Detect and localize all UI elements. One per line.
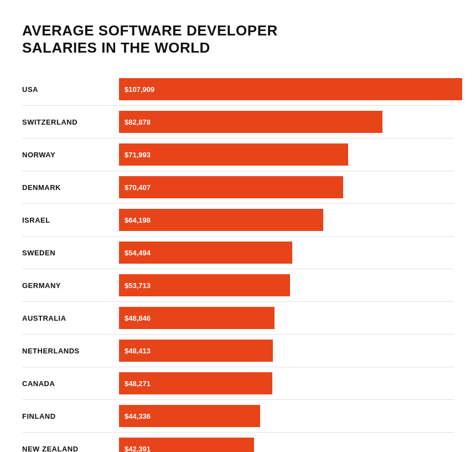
salary-bar: $44,336 xyxy=(119,405,260,427)
country-label: SWITZERLAND xyxy=(22,118,119,126)
chart-row: FINLAND$44,336 xyxy=(22,403,454,429)
chart-row: NEW ZEALAND$42,391 xyxy=(22,436,454,452)
country-label: NORWAY xyxy=(22,151,119,159)
row-divider xyxy=(22,367,454,367)
country-label: CANADA xyxy=(22,379,119,388)
country-label: ISRAEL xyxy=(22,216,119,224)
salary-bar: $107,909 xyxy=(119,78,462,100)
bar-value: $64,198 xyxy=(125,216,151,224)
salary-bar: $53,713 xyxy=(119,274,290,296)
country-label: GERMANY xyxy=(22,281,119,290)
chart-row: GERMANY$53,713 xyxy=(22,273,454,298)
bar-wrapper: $48,413 xyxy=(119,340,454,362)
chart-container: USA$107,909SWITZERLAND$82,878NORWAY$71,9… xyxy=(22,76,454,452)
salary-bar: $48,846 xyxy=(119,307,275,329)
bar-value: $71,993 xyxy=(125,151,151,159)
country-label: SWEDEN xyxy=(22,249,119,257)
bar-value: $44,336 xyxy=(125,412,151,420)
bar-wrapper: $48,271 xyxy=(119,372,454,394)
bar-value: $48,413 xyxy=(125,347,151,355)
bar-wrapper: $64,198 xyxy=(119,209,454,231)
row-divider xyxy=(22,236,454,237)
row-divider xyxy=(22,269,454,269)
bar-value: $70,407 xyxy=(125,183,151,192)
bar-value: $82,878 xyxy=(125,118,151,126)
chart-row: NETHERLANDS$48,413 xyxy=(22,338,454,363)
salary-bar: $54,494 xyxy=(119,242,292,264)
bar-wrapper: $82,878 xyxy=(119,111,454,133)
country-label: USA xyxy=(22,85,119,94)
row-divider xyxy=(22,432,454,433)
chart-row: NORWAY$71,993 xyxy=(22,142,454,167)
salary-bar: $82,878 xyxy=(119,111,382,133)
bar-wrapper: $53,713 xyxy=(119,274,454,296)
country-label: DENMARK xyxy=(22,183,119,192)
bar-wrapper: $48,846 xyxy=(119,307,454,329)
salary-bar: $48,271 xyxy=(119,372,272,394)
chart-row: ISRAEL$64,198 xyxy=(22,207,454,233)
chart-row: SWITZERLAND$82,878 xyxy=(22,109,454,135)
country-label: NETHERLANDS xyxy=(22,347,119,355)
row-divider xyxy=(22,301,454,302)
bar-wrapper: $107,909 xyxy=(119,78,462,100)
country-label: AUSTRALIA xyxy=(22,314,119,322)
row-divider xyxy=(22,171,454,171)
row-divider xyxy=(22,105,454,106)
salary-bar: $42,391 xyxy=(119,438,254,452)
row-divider xyxy=(22,203,454,204)
chart-row: DENMARK$70,407 xyxy=(22,174,454,200)
chart-title: AVERAGE SOFTWARE DEVELOPER SALARIES IN T… xyxy=(22,22,454,56)
chart-row: CANADA$48,271 xyxy=(22,371,454,396)
bar-wrapper: $54,494 xyxy=(119,242,454,264)
country-label: FINLAND xyxy=(22,412,119,420)
bar-value: $107,909 xyxy=(125,85,154,94)
bar-value: $48,846 xyxy=(125,314,151,322)
bar-wrapper: $44,336 xyxy=(119,405,454,427)
salary-bar: $71,993 xyxy=(119,143,348,166)
row-divider xyxy=(22,334,454,335)
chart-row: USA$107,909 xyxy=(22,76,454,102)
bar-value: $48,271 xyxy=(125,379,151,388)
chart-row: AUSTRALIA$48,846 xyxy=(22,305,454,331)
chart-row: SWEDEN$54,494 xyxy=(22,240,454,265)
salary-bar: $48,413 xyxy=(119,340,273,362)
bar-wrapper: $70,407 xyxy=(119,176,454,198)
bar-wrapper: $71,993 xyxy=(119,143,454,166)
bar-value: $54,494 xyxy=(125,249,151,257)
bar-value: $42,391 xyxy=(125,445,151,452)
bar-wrapper: $42,391 xyxy=(119,438,454,452)
row-divider xyxy=(22,138,454,138)
row-divider xyxy=(22,399,454,400)
country-label: NEW ZEALAND xyxy=(22,445,119,452)
bar-value: $53,713 xyxy=(125,281,151,290)
salary-bar: $64,198 xyxy=(119,209,323,231)
salary-bar: $70,407 xyxy=(119,176,343,198)
